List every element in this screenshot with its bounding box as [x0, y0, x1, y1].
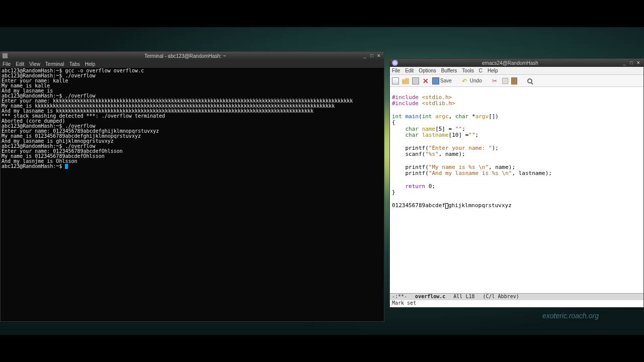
- emacs-toolbar: ✕ Save ↶Undo ✂: [390, 75, 643, 87]
- minimize-button[interactable]: _: [621, 60, 627, 66]
- wallpaper-watermark: exoteric.roach.org: [542, 312, 599, 320]
- menu-edit[interactable]: Edit: [16, 61, 24, 67]
- undo-button[interactable]: ↶Undo: [462, 77, 482, 84]
- copy-icon: [502, 78, 508, 84]
- modeline-status: -:**-: [392, 294, 407, 300]
- terminal-cursor: [65, 164, 68, 169]
- terminal-window: Terminal - abc123@RandomHash: ~ _ □ ✕ Fi…: [0, 51, 384, 322]
- maximize-button[interactable]: □: [628, 60, 634, 66]
- terminal-icon: [3, 53, 8, 58]
- dired-button[interactable]: [412, 77, 419, 84]
- terminal-menubar: File Edit View Terminal Tabs Help: [1, 60, 384, 68]
- search-button[interactable]: [527, 78, 532, 83]
- close-button[interactable]: ✕: [635, 60, 641, 66]
- close-button[interactable]: ✕: [376, 53, 382, 59]
- close-icon: ✕: [422, 77, 429, 84]
- menu-buffers[interactable]: Buffers: [441, 68, 457, 73]
- new-file-button[interactable]: [392, 77, 399, 84]
- modeline-mode: (C/l Abbrev): [482, 294, 519, 300]
- menu-c[interactable]: C: [479, 68, 482, 73]
- terminal-titlebar[interactable]: Terminal - abc123@RandomHash: ~ _ □ ✕: [1, 52, 384, 60]
- paste-button[interactable]: [511, 77, 517, 84]
- emacs-menubar: File Edit Options Buffers Tools C Help: [390, 67, 643, 75]
- emacs-modeline: -:**- overflow.c All L18 (C/l Abbrev): [390, 293, 643, 300]
- menu-help[interactable]: Help: [488, 68, 498, 73]
- cut-button[interactable]: ✂: [492, 77, 499, 84]
- emacs-titlebar[interactable]: emacs24@RandomHash _ □ ✕: [390, 59, 643, 67]
- save-button[interactable]: Save: [432, 77, 452, 84]
- maximize-button[interactable]: □: [369, 53, 375, 59]
- modeline-position: All L18: [453, 294, 474, 300]
- modeline-file: overflow.c: [415, 294, 445, 300]
- terminal-content[interactable]: abc123@RandomHash:~$ gcc -o overflow ove…: [1, 68, 384, 321]
- menu-tabs[interactable]: Tabs: [69, 61, 80, 67]
- minimize-button[interactable]: _: [362, 53, 368, 59]
- menu-view[interactable]: View: [29, 61, 40, 67]
- menu-file[interactable]: File: [3, 61, 11, 67]
- menu-file[interactable]: File: [392, 68, 400, 73]
- menu-terminal[interactable]: Terminal: [45, 61, 64, 67]
- menu-tools[interactable]: Tools: [462, 68, 473, 73]
- new-file-icon: [392, 77, 399, 84]
- folder-icon: [402, 77, 409, 84]
- menu-options[interactable]: Options: [419, 68, 436, 73]
- terminal-title: Terminal - abc123@RandomHash: ~: [10, 53, 361, 59]
- kill-buffer-button[interactable]: ✕: [422, 77, 429, 84]
- scissors-icon: ✂: [492, 77, 499, 84]
- clipboard-icon: [511, 77, 517, 84]
- dired-icon: [412, 77, 419, 84]
- menu-edit[interactable]: Edit: [405, 68, 414, 73]
- copy-button[interactable]: [502, 78, 508, 84]
- terminal-line: Enter your name: kalle: [2, 78, 383, 83]
- terminal-line: abc123@RandomHash:~$: [2, 164, 383, 169]
- save-icon: [432, 77, 439, 84]
- emacs-minibuffer[interactable]: Mark set: [390, 300, 643, 307]
- emacs-title: emacs24@RandomHash: [400, 60, 620, 66]
- emacs-editor[interactable]: #include <stdio.h> #include <stdlib.h> i…: [390, 87, 643, 293]
- open-file-button[interactable]: [402, 77, 409, 84]
- emacs-icon: [392, 60, 398, 66]
- search-icon: [527, 78, 532, 83]
- terminal-line: My name is kalle: [2, 83, 383, 88]
- emacs-window: emacs24@RandomHash _ □ ✕ File Edit Optio…: [389, 58, 644, 308]
- menu-help[interactable]: Help: [85, 61, 96, 67]
- undo-icon: ↶: [462, 77, 469, 84]
